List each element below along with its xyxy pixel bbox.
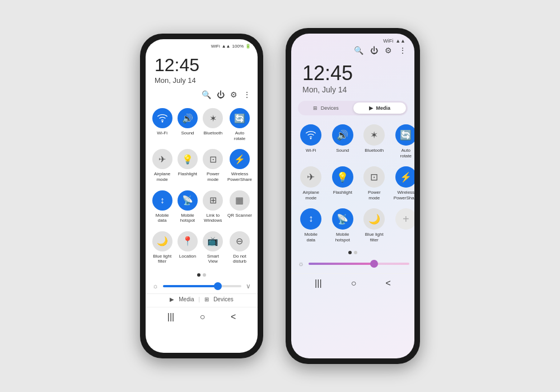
tile-wifi-left[interactable]: Wi-Fi [150, 105, 174, 144]
settings-icon-left[interactable]: ⚙ [230, 90, 237, 99]
devices-tab-icon: ⊞ [313, 105, 318, 111]
right-phone-screen: WiFi ▲▲ 🔍 ⏻ ⚙ ⋮ 12:45 Mon, July 14 ⊞ Dev… [291, 34, 414, 358]
search-icon-left[interactable]: 🔍 [202, 90, 211, 99]
devices-tab-label: Devices [321, 105, 339, 111]
tile-sound-left[interactable]: 🔊 Sound [175, 105, 199, 144]
tiles-grid-right: Wi-Fi 🔊 Sound ✶ Bluetooth 🔄 Autorotate ✈… [291, 119, 414, 249]
nav-bar-right: ||| ○ < [291, 273, 414, 294]
wifi-status-icon: WiFi [211, 44, 220, 49]
wifi-label: Wi-Fi [157, 130, 167, 136]
page-dots-right [291, 249, 414, 256]
wireless-icon: ⚡ [230, 149, 250, 169]
tile-hotspot-right[interactable]: 📡 Mobilehotspot [328, 205, 358, 246]
quick-control-bar-left: 🔍 ⏻ ⚙ ⋮ [146, 88, 258, 101]
tile-smartview-left[interactable]: 📺 Smart View [201, 228, 225, 268]
settings-icon-right[interactable]: ⚙ [385, 46, 392, 55]
tile-bluetooth-left[interactable]: ✶ Bluetooth [201, 105, 225, 144]
nav-back-right[interactable]: < [386, 278, 391, 288]
nav-recent-left[interactable]: ||| [167, 312, 174, 322]
flashlight-icon: 💡 [178, 149, 198, 169]
tile-bluetooth-right[interactable]: ✶ Bluetooth [359, 121, 390, 162]
powermode-label: Powermode [207, 171, 220, 182]
airplane-icon: ✈ [152, 149, 172, 169]
autorotate-label-right: Autorotate [400, 148, 412, 158]
bluelight-icon: 🌙 [152, 231, 172, 251]
wireless-label-right: WirelessPowerShare [394, 190, 414, 200]
autorotate-icon-right: 🔄 [395, 124, 414, 146]
tile-airplane-right[interactable]: ✈ Airplanemode [296, 163, 326, 204]
tile-linkwindows-left[interactable]: ⊞ Link toWindows [201, 187, 225, 227]
devices-icon-left: ⊞ [204, 296, 209, 302]
sound-label: Sound [181, 130, 194, 136]
nav-back-left[interactable]: < [231, 312, 236, 322]
tile-powermode-left[interactable]: ⊡ Powermode [201, 146, 225, 185]
tile-bluelight-left[interactable]: 🌙 Blue lightfilter [150, 228, 174, 268]
hotspot-icon: 📡 [178, 190, 198, 211]
dot-r1 [348, 251, 352, 254]
tile-airplane-left[interactable]: ✈ Airplanemode [150, 146, 174, 185]
wifi-status-right: WiFi [383, 38, 393, 44]
mobiledata-icon: ↕ [152, 190, 172, 211]
nav-recent-right[interactable]: ||| [315, 278, 321, 288]
tile-sound-right[interactable]: 🔊 Sound [328, 121, 358, 162]
brightness-track-right[interactable] [309, 263, 409, 265]
tab-devices[interactable]: ⊞ Devices [300, 102, 352, 114]
bluetooth-icon-right: ✶ [363, 124, 385, 146]
media-icon-left: ▶ [170, 296, 174, 302]
battery-label: 100% [232, 44, 244, 49]
mobiledata-label: Mobile data [151, 213, 173, 223]
autorotate-icon: 🔄 [230, 108, 250, 128]
brightness-expand-icon-right[interactable]: ∨ [414, 260, 414, 268]
wifi-label-right: Wi-Fi [306, 148, 316, 153]
dnd-label: Do notdisturb [233, 254, 246, 264]
nav-home-left[interactable]: ○ [200, 312, 206, 322]
nav-home-right[interactable]: ○ [351, 278, 357, 288]
tile-location-left[interactable]: 📍 Location [175, 228, 199, 268]
tile-mobiledata-right[interactable]: ↕ Mobiledata [296, 205, 326, 246]
tile-wireless-right[interactable]: ⚡ WirelessPowerShare [391, 163, 415, 204]
brightness-fill-left [163, 285, 218, 287]
more-icon-right[interactable]: ⋮ [399, 46, 407, 55]
date-left: Mon, July 14 [155, 76, 249, 85]
linkwindows-icon: ⊞ [203, 190, 223, 211]
media-label-left[interactable]: Media [179, 296, 194, 302]
tile-bluelight-right[interactable]: 🌙 Blue lightfilter [359, 205, 390, 246]
brightness-track-left[interactable] [163, 285, 241, 287]
brightness-expand-icon[interactable]: ∨ [246, 282, 251, 290]
smartview-label: Smart View [202, 254, 224, 264]
tile-wifi-right[interactable]: Wi-Fi [296, 121, 326, 162]
brightness-thumb-right[interactable] [370, 260, 378, 268]
bluelight-label-right: Blue lightfilter [365, 232, 384, 242]
tile-qrscanner-left[interactable]: ▦ QR Scanner [226, 187, 253, 227]
tab-media[interactable]: ▶ Media [353, 102, 406, 114]
bluetooth-label: Bluetooth [203, 130, 222, 136]
tile-autorotate-left[interactable]: 🔄 Autorotate [226, 105, 253, 144]
more-icon-left[interactable]: ⋮ [243, 90, 251, 99]
add-icon-right: + [395, 208, 414, 230]
media-tab-label: Media [376, 105, 391, 111]
tile-add-right[interactable]: + [391, 205, 415, 246]
tile-mobiledata-left[interactable]: ↕ Mobile data [150, 187, 174, 227]
right-phone: WiFi ▲▲ 🔍 ⏻ ⚙ ⋮ 12:45 Mon, July 14 ⊞ Dev… [286, 28, 420, 364]
tile-dnd-left[interactable]: ⊖ Do notdisturb [226, 228, 253, 268]
tile-autorotate-right[interactable]: 🔄 Autorotate [391, 121, 415, 162]
brightness-thumb-left[interactable] [214, 282, 222, 290]
power-icon-left[interactable]: ⏻ [217, 90, 225, 99]
flashlight-label-right: Flashlight [333, 190, 352, 195]
media-devices-bar-left: ▶ Media | ⊞ Devices [146, 293, 258, 305]
devices-label-left[interactable]: Devices [213, 296, 234, 302]
power-icon-right[interactable]: ⏻ [370, 46, 378, 55]
signal-right: ▲▲ [395, 38, 405, 44]
mobiledata-label-right: Mobiledata [304, 232, 318, 242]
qrscanner-label: QR Scanner [227, 213, 252, 218]
search-icon-right[interactable]: 🔍 [354, 46, 363, 55]
signal-icon: ▲▲ [222, 44, 231, 49]
location-label: Location [179, 254, 196, 259]
tile-hotspot-left[interactable]: 📡 Mobilehotspot [175, 187, 199, 227]
tile-wireless-left[interactable]: ⚡ WirelessPowerShare [226, 146, 253, 185]
tile-powermode-right[interactable]: ⊡ Powermode [359, 163, 390, 204]
tile-flashlight-left[interactable]: 💡 Flashlight [175, 146, 199, 185]
tile-flashlight-right[interactable]: 💡 Flashlight [328, 163, 358, 204]
bluetooth-label-right: Bluetooth [365, 148, 384, 153]
qrscanner-icon: ▦ [230, 190, 250, 211]
